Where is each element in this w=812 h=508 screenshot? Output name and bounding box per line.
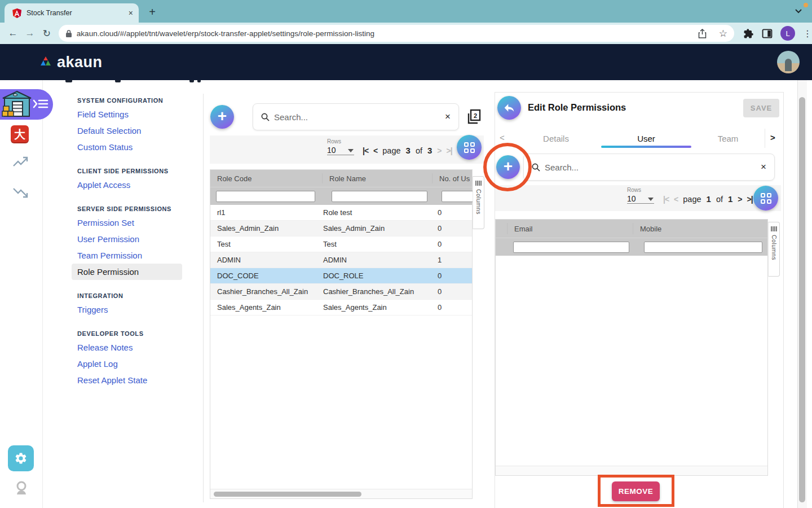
page-scrollbar-thumb[interactable] — [799, 97, 805, 502]
clear-search-icon[interactable]: × — [445, 111, 451, 122]
last-page-button[interactable]: >| — [747, 195, 753, 204]
collapse-menu-icon[interactable] — [33, 97, 48, 111]
sidebar-item-user-permission[interactable]: User Permission — [77, 231, 196, 247]
column-header[interactable]: Mobile — [633, 225, 767, 233]
table-row[interactable]: Sales_Agents_Zain Sales_Agents_Zain 0 — [210, 300, 472, 316]
filter-email-input[interactable] — [513, 242, 629, 253]
tab-user[interactable]: User — [601, 129, 691, 148]
settings-gear-button[interactable] — [8, 445, 34, 471]
cell-role-name: ADMIN — [323, 256, 438, 264]
url-bar[interactable]: akaun.cloud/#/applet/tnt/wavelet/erp/sto… — [59, 25, 734, 42]
table-row[interactable]: rl1 Role test 0 — [210, 205, 472, 221]
role-search-input[interactable] — [274, 112, 445, 122]
back-nav-icon[interactable]: ← — [5, 28, 21, 39]
first-page-button[interactable]: |< — [663, 195, 669, 204]
add-role-button[interactable]: + — [210, 105, 234, 129]
of-label: of — [416, 146, 422, 155]
bookmark-star-icon[interactable]: ☆ — [719, 28, 727, 40]
rows-label: Rows — [327, 138, 341, 144]
horizontal-scrollbar[interactable] — [210, 489, 472, 498]
clear-search-icon[interactable]: × — [761, 161, 766, 173]
columns-side-tab[interactable]: Columns — [473, 176, 484, 229]
tabs-scroll-right-icon[interactable]: > — [770, 133, 775, 142]
column-header[interactable]: No. of Us — [433, 174, 472, 183]
extensions-puzzle-icon[interactable] — [743, 28, 754, 39]
browser-tab-strip: Stock Transfer × + — [0, 0, 812, 23]
cell-role-code: ADMIN — [210, 256, 323, 264]
filter-mobile-input[interactable] — [644, 242, 762, 253]
cell-no-of-users: 0 — [438, 208, 442, 217]
tab-details[interactable]: Details — [511, 129, 601, 148]
cell-no-of-users: 0 — [438, 287, 442, 296]
role-grid-view-button[interactable] — [457, 135, 482, 160]
sidebar-item-applet-log[interactable]: Applet Log — [77, 356, 196, 372]
share-icon[interactable] — [698, 29, 707, 38]
forward-nav-icon[interactable]: → — [21, 28, 38, 39]
screen: Stock Transfer × + ← → ↻ akaun.cloud/#/a… — [0, 0, 812, 508]
user-grid-view-button[interactable] — [753, 186, 778, 211]
account-person-icon[interactable] — [15, 481, 28, 496]
filter-role-code-input[interactable] — [216, 191, 315, 202]
filter-no-of-users-input[interactable] — [442, 191, 475, 202]
role-search-box[interactable]: × — [253, 103, 459, 130]
next-page-button[interactable]: > — [437, 146, 441, 155]
horizontal-scrollbar[interactable] — [496, 466, 767, 475]
column-header[interactable]: Email — [508, 225, 633, 233]
sidebar-item-applet-access[interactable]: Applet Access — [77, 177, 196, 193]
table-row[interactable]: Cashier_Branches_All_Zain Cashier_Branch… — [210, 284, 472, 300]
sidebar-item-field-settings[interactable]: Field Settings — [77, 106, 196, 122]
nav-section-title: INTEGRATION — [77, 292, 196, 299]
duplicate-list-icon[interactable]: 2 — [466, 108, 482, 125]
reload-icon[interactable]: ↻ — [38, 28, 55, 40]
side-panel-icon[interactable] — [762, 28, 773, 39]
tab-search-chevron-icon[interactable] — [795, 9, 802, 14]
tab-team[interactable]: Team — [691, 129, 765, 148]
app-header: akaun — [0, 44, 812, 80]
browser-profile-avatar[interactable]: L — [780, 26, 795, 41]
column-header[interactable]: Role Code — [210, 174, 322, 183]
tabs-scroll-left-icon[interactable]: < — [500, 133, 505, 142]
columns-side-tab[interactable]: Columns — [768, 222, 780, 277]
browser-menu-icon[interactable]: ⋮ — [803, 28, 812, 39]
sidebar-item-permission-set[interactable]: Permission Set — [77, 214, 196, 231]
sidebar-item-custom-status[interactable]: Custom Status — [77, 139, 196, 155]
cell-no-of-users: 0 — [438, 240, 442, 248]
stock-transfer-applet-icon[interactable] — [2, 90, 32, 119]
search-icon — [261, 113, 270, 121]
filter-role-name-input[interactable] — [332, 191, 427, 202]
trending-up-icon[interactable] — [12, 156, 29, 168]
user-search-box[interactable]: × — [523, 154, 775, 181]
akaun-logo[interactable]: akaun — [38, 54, 103, 71]
sidebar-item-role-permission[interactable]: Role Permission — [72, 264, 182, 280]
user-search-input[interactable] — [545, 163, 761, 172]
da-applet-icon[interactable]: 大 — [11, 125, 29, 143]
first-page-button[interactable]: |< — [363, 146, 368, 155]
back-button[interactable] — [497, 96, 521, 120]
tab-close-icon[interactable]: × — [129, 8, 133, 17]
sidebar-item-reset-applet-state[interactable]: Reset Applet State — [77, 372, 196, 388]
role-table: Role Code Role Name No. of Us rl1 Role t… — [210, 169, 473, 499]
table-row[interactable]: Sales_Admin_Zain Sales_Admin_Zain 0 — [210, 221, 472, 237]
prev-page-button[interactable]: < — [674, 195, 678, 204]
last-page-button[interactable]: >| — [447, 146, 452, 155]
scrollbar-thumb[interactable] — [214, 492, 361, 497]
cell-no-of-users: 1 — [438, 256, 442, 264]
table-row[interactable]: Test Test 0 — [210, 237, 472, 252]
trending-down-icon[interactable] — [12, 186, 29, 199]
sidebar-item-default-selection[interactable]: Default Selection — [77, 122, 196, 139]
sidebar-item-triggers[interactable]: Triggers — [77, 301, 196, 318]
save-button[interactable]: SAVE — [743, 99, 779, 117]
user-avatar-photo[interactable] — [777, 51, 800, 73]
table-row-selected[interactable]: DOC_CODE DOC_ROLE 0 — [210, 268, 472, 284]
back-arrow-icon — [504, 103, 515, 113]
next-page-button[interactable]: > — [738, 195, 742, 204]
column-header[interactable]: Role Name — [323, 174, 432, 183]
sidebar-item-release-notes[interactable]: Release Notes — [77, 339, 196, 356]
new-tab-button[interactable]: + — [145, 6, 159, 19]
prev-page-button[interactable]: < — [373, 146, 377, 155]
sidebar-item-team-permission[interactable]: Team Permission — [77, 247, 196, 264]
table-row[interactable]: ADMIN ADMIN 1 — [210, 252, 472, 268]
panel-divider — [203, 94, 204, 502]
browser-tab[interactable]: Stock Transfer × — [5, 3, 139, 23]
role-table-header: Role Code Role Name No. of Us — [210, 170, 472, 187]
